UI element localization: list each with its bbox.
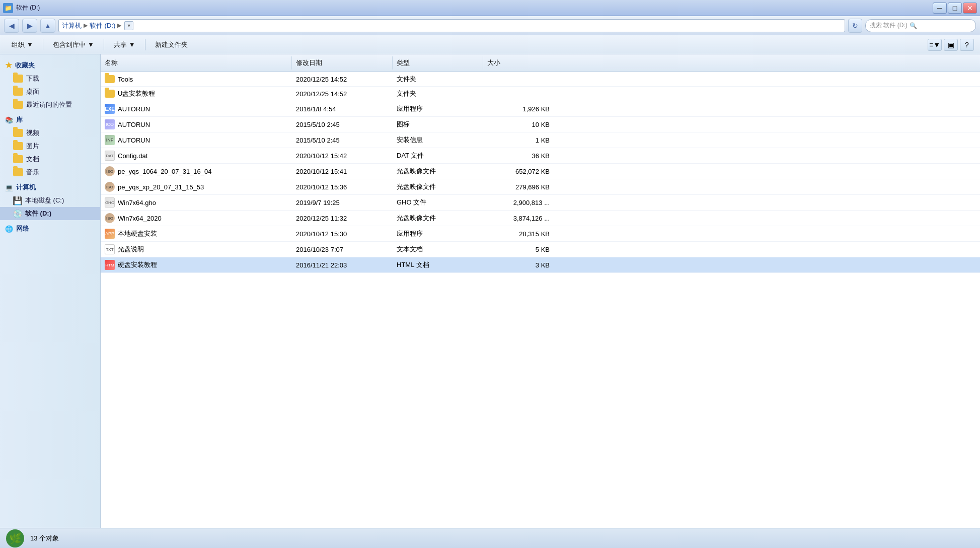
sidebar-item-drive-d[interactable]: 💿 软件 (D:)	[0, 207, 100, 220]
table-row[interactable]: ICOAUTORUN2015/5/10 2:45图标10 KB	[101, 117, 980, 132]
html-icon: HTM	[105, 260, 115, 270]
file-size-cell: 3,874,126 ...	[483, 212, 554, 225]
breadcrumb[interactable]: 计算机 ▶ 软件 (D:) ▶ ▼	[58, 19, 845, 32]
table-row[interactable]: GHOWin7x64.gho2019/9/7 19:25GHO 文件2,900,…	[101, 195, 980, 211]
sidebar-item-music[interactable]: 音乐	[0, 166, 100, 179]
sidebar-section-library: 📚 库 视频 图片 文档 音乐	[0, 113, 100, 179]
sidebar-computer-header[interactable]: 💻 计算机	[0, 181, 100, 194]
iso-icon: ISO	[105, 213, 115, 223]
exe-icon: EXE	[105, 104, 115, 114]
up-button[interactable]: ▲	[40, 19, 55, 33]
toolbar-separator-1	[43, 39, 43, 50]
file-name-cell: EXEAUTORUN	[101, 102, 292, 115]
sidebar-item-doc[interactable]: 文档	[0, 153, 100, 166]
help-button[interactable]: ?	[960, 39, 974, 51]
col-header-name[interactable]: 名称	[101, 56, 292, 70]
preview-pane-button[interactable]: ▣	[944, 39, 958, 51]
main-layout: ★ 收藏夹 下载 桌面 最近访问的位置 📚 库	[0, 54, 980, 528]
sidebar-item-drive-c[interactable]: 💾 本地磁盘 (C:)	[0, 194, 100, 207]
inf-icon: INF	[105, 135, 115, 145]
toolbar-right: ≡▼ ▣ ?	[928, 39, 974, 51]
table-row[interactable]: INFAUTORUN2015/5/10 2:45安装信息1 KB	[101, 132, 980, 148]
sidebar-favorites-header[interactable]: ★ 收藏夹	[0, 58, 100, 72]
table-row[interactable]: APP本地硬盘安装2020/10/12 15:30应用程序28,315 KB	[101, 226, 980, 242]
table-row[interactable]: Tools2020/12/25 14:52文件夹	[101, 72, 980, 87]
close-button[interactable]: ✕	[963, 3, 977, 14]
refresh-button[interactable]: ↻	[848, 19, 862, 33]
file-modified-cell: 2020/10/12 15:30	[292, 227, 393, 240]
table-row[interactable]: ISOpe_yqs_xp_20_07_31_15_532020/10/12 15…	[101, 179, 980, 195]
file-name-cell: TXT光盘说明	[101, 243, 292, 256]
file-name: AUTORUN	[118, 105, 150, 113]
computer-label: 计算机	[16, 183, 36, 192]
drive-d-label: 软件 (D:)	[25, 209, 51, 218]
table-row[interactable]: HTM硬盘安装教程2016/11/21 22:03HTML 文档3 KB	[101, 257, 980, 273]
favorites-icon: ★	[5, 60, 12, 70]
file-size-cell: 28,315 KB	[483, 227, 554, 240]
toolbar: 组织 ▼ 包含到库中 ▼ 共享 ▼ 新建文件夹 ≡▼ ▣ ?	[0, 35, 980, 54]
file-type-cell: GHO 文件	[393, 196, 483, 209]
sidebar-section-computer: 💻 计算机 💾 本地磁盘 (C:) 💿 软件 (D:)	[0, 181, 100, 220]
file-type-cell: 光盘映像文件	[393, 180, 483, 193]
image-icon	[13, 142, 23, 150]
breadcrumb-dropdown[interactable]: ▼	[124, 21, 133, 30]
file-name-cell: ISOpe_yqs_xp_20_07_31_15_53	[101, 180, 292, 193]
file-name-cell: ISOWin7x64_2020	[101, 212, 292, 225]
file-type-cell: 文本文档	[393, 243, 483, 256]
txt-icon: TXT	[105, 244, 115, 254]
sidebar-item-desktop[interactable]: 桌面	[0, 85, 100, 98]
file-name-cell: HTM硬盘安装教程	[101, 258, 292, 271]
file-modified-cell: 2020/10/12 15:36	[292, 180, 393, 193]
share-button[interactable]: 共享 ▼	[108, 38, 141, 52]
file-name: Win7x64_2020	[118, 215, 162, 222]
search-bar[interactable]: 搜索 软件 (D:) 🔍	[865, 19, 976, 32]
sidebar-item-recent[interactable]: 最近访问的位置	[0, 98, 100, 111]
doc-icon	[13, 155, 23, 163]
file-name: 本地硬盘安装	[118, 229, 157, 238]
breadcrumb-sep-2: ▶	[117, 22, 121, 29]
video-label: 视频	[26, 128, 39, 138]
organize-button[interactable]: 组织 ▼	[6, 38, 39, 52]
file-name: pe_yqs_xp_20_07_31_15_53	[118, 183, 204, 191]
organize-dropdown-icon: ▼	[27, 41, 33, 48]
favorites-label: 收藏夹	[15, 61, 35, 70]
include-library-button[interactable]: 包含到库中 ▼	[47, 38, 100, 52]
gho-icon: GHO	[105, 197, 115, 208]
computer-icon: 💻	[5, 184, 13, 191]
table-row[interactable]: ISOWin7x64_20202020/12/25 11:32光盘映像文件3,8…	[101, 211, 980, 226]
file-type-cell: 文件夹	[393, 73, 483, 85]
table-row[interactable]: EXEAUTORUN2016/1/8 4:54应用程序1,926 KB	[101, 101, 980, 117]
sidebar-network-header[interactable]: 🌐 网络	[0, 222, 100, 235]
music-label: 音乐	[26, 168, 39, 177]
file-name: AUTORUN	[118, 121, 150, 128]
sidebar-library-header[interactable]: 📚 库	[0, 113, 100, 126]
window-icon: 📁	[3, 3, 13, 13]
col-header-size[interactable]: 大小	[483, 56, 554, 70]
new-folder-button[interactable]: 新建文件夹	[149, 38, 193, 52]
library-icon: 📚	[5, 116, 13, 124]
app-icon: APP	[105, 229, 115, 239]
file-modified-cell: 2020/12/25 11:32	[292, 212, 393, 225]
sidebar-item-image[interactable]: 图片	[0, 140, 100, 153]
breadcrumb-computer[interactable]: 计算机	[62, 21, 82, 30]
sidebar-item-video[interactable]: 视频	[0, 126, 100, 140]
views-dropdown-button[interactable]: ≡▼	[928, 39, 942, 51]
table-row[interactable]: DATConfig.dat2020/10/12 15:42DAT 文件36 KB	[101, 148, 980, 164]
col-header-modified[interactable]: 修改日期	[292, 56, 393, 70]
window-title: 软件 (D:)	[16, 4, 40, 12]
forward-button[interactable]: ▶	[22, 19, 37, 33]
file-size-cell: 3 KB	[483, 258, 554, 271]
back-button[interactable]: ◀	[4, 19, 19, 33]
file-name-cell: Tools	[101, 73, 292, 85]
breadcrumb-drive[interactable]: 软件 (D:)	[90, 21, 115, 30]
file-modified-cell: 2015/5/10 2:45	[292, 118, 393, 131]
minimize-button[interactable]: ─	[933, 3, 947, 14]
sidebar-item-downloads[interactable]: 下载	[0, 72, 100, 85]
table-row[interactable]: ISOpe_yqs_1064_20_07_31_16_042020/10/12 …	[101, 164, 980, 179]
maximize-button[interactable]: □	[948, 3, 962, 14]
table-row[interactable]: TXT光盘说明2016/10/23 7:07文本文档5 KB	[101, 242, 980, 257]
file-size-cell: 2,900,813 ...	[483, 196, 554, 209]
col-header-type[interactable]: 类型	[393, 56, 483, 70]
file-name-cell: APP本地硬盘安装	[101, 227, 292, 240]
table-row[interactable]: U盘安装教程2020/12/25 14:52文件夹	[101, 87, 980, 101]
